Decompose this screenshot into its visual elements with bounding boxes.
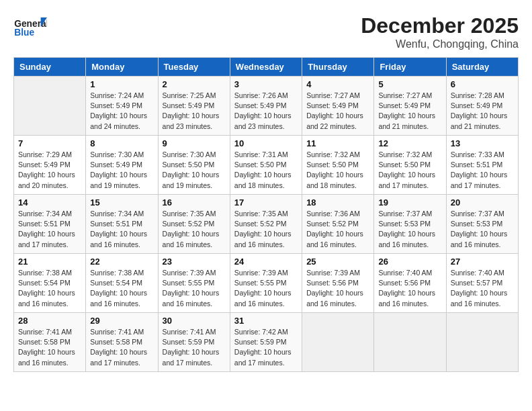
calendar-cell (14, 77, 86, 136)
day-info: Sunrise: 7:41 AM Sunset: 5:58 PM Dayligh… (18, 327, 81, 368)
day-info: Sunrise: 7:38 AM Sunset: 5:54 PM Dayligh… (18, 268, 81, 309)
week-row-5: 28Sunrise: 7:41 AM Sunset: 5:58 PM Dayli… (14, 313, 519, 372)
day-number: 2 (163, 79, 226, 89)
week-row-3: 14Sunrise: 7:34 AM Sunset: 5:51 PM Dayli… (14, 195, 519, 254)
day-number: 6 (451, 79, 514, 89)
day-info: Sunrise: 7:32 AM Sunset: 5:50 PM Dayligh… (306, 150, 369, 191)
day-number: 7 (18, 138, 81, 148)
day-number: 14 (18, 197, 81, 208)
calendar-cell: 28Sunrise: 7:41 AM Sunset: 5:58 PM Dayli… (14, 313, 86, 372)
calendar-cell: 16Sunrise: 7:35 AM Sunset: 5:52 PM Dayli… (158, 195, 230, 254)
calendar-cell: 2Sunrise: 7:25 AM Sunset: 5:49 PM Daylig… (158, 77, 230, 136)
day-info: Sunrise: 7:39 AM Sunset: 5:55 PM Dayligh… (163, 268, 226, 309)
day-number: 5 (378, 79, 441, 89)
day-info: Sunrise: 7:35 AM Sunset: 5:52 PM Dayligh… (234, 209, 298, 250)
calendar-cell: 19Sunrise: 7:37 AM Sunset: 5:53 PM Dayli… (374, 195, 446, 254)
day-info: Sunrise: 7:28 AM Sunset: 5:49 PM Dayligh… (451, 91, 514, 132)
calendar-cell: 15Sunrise: 7:34 AM Sunset: 5:51 PM Dayli… (86, 195, 158, 254)
calendar-cell: 4Sunrise: 7:27 AM Sunset: 5:49 PM Daylig… (302, 77, 374, 136)
day-number: 26 (378, 257, 441, 267)
day-info: Sunrise: 7:36 AM Sunset: 5:52 PM Dayligh… (306, 209, 369, 250)
calendar-cell: 23Sunrise: 7:39 AM Sunset: 5:55 PM Dayli… (158, 254, 230, 313)
calendar-cell: 29Sunrise: 7:41 AM Sunset: 5:58 PM Dayli… (86, 313, 158, 372)
calendar-cell: 3Sunrise: 7:26 AM Sunset: 5:49 PM Daylig… (230, 77, 302, 136)
day-number: 28 (18, 316, 81, 326)
calendar-cell: 25Sunrise: 7:39 AM Sunset: 5:56 PM Dayli… (302, 254, 374, 313)
day-number: 29 (90, 316, 153, 326)
calendar-cell: 6Sunrise: 7:28 AM Sunset: 5:49 PM Daylig… (446, 77, 518, 136)
column-header-sunday: Sunday (14, 58, 86, 77)
calendar-body: 1Sunrise: 7:24 AM Sunset: 5:49 PM Daylig… (14, 77, 519, 372)
column-header-saturday: Saturday (446, 58, 518, 77)
day-info: Sunrise: 7:27 AM Sunset: 5:49 PM Dayligh… (378, 91, 441, 132)
logo: General Blue (13, 13, 47, 40)
day-info: Sunrise: 7:30 AM Sunset: 5:50 PM Dayligh… (163, 150, 226, 191)
calendar-cell: 8Sunrise: 7:30 AM Sunset: 5:49 PM Daylig… (86, 136, 158, 195)
calendar-cell: 14Sunrise: 7:34 AM Sunset: 5:51 PM Dayli… (14, 195, 86, 254)
day-info: Sunrise: 7:26 AM Sunset: 5:49 PM Dayligh… (234, 91, 298, 132)
calendar-cell: 13Sunrise: 7:33 AM Sunset: 5:51 PM Dayli… (446, 136, 518, 195)
calendar-cell: 30Sunrise: 7:41 AM Sunset: 5:59 PM Dayli… (158, 313, 230, 372)
calendar-cell: 24Sunrise: 7:39 AM Sunset: 5:55 PM Dayli… (230, 254, 302, 313)
title-block: December 2025 Wenfu, Chongqing, China (361, 13, 519, 50)
week-row-4: 21Sunrise: 7:38 AM Sunset: 5:54 PM Dayli… (14, 254, 519, 313)
week-row-1: 1Sunrise: 7:24 AM Sunset: 5:49 PM Daylig… (14, 77, 519, 136)
logo-icon: General Blue (13, 13, 47, 40)
svg-text:Blue: Blue (14, 28, 34, 38)
day-number: 17 (234, 197, 298, 208)
calendar-cell: 20Sunrise: 7:37 AM Sunset: 5:53 PM Dayli… (446, 195, 518, 254)
day-info: Sunrise: 7:40 AM Sunset: 5:57 PM Dayligh… (451, 268, 514, 309)
day-number: 23 (163, 257, 226, 267)
week-row-2: 7Sunrise: 7:29 AM Sunset: 5:49 PM Daylig… (14, 136, 519, 195)
day-number: 22 (90, 257, 153, 267)
day-info: Sunrise: 7:35 AM Sunset: 5:52 PM Dayligh… (163, 209, 226, 250)
day-number: 10 (234, 138, 298, 148)
day-number: 3 (234, 79, 298, 89)
calendar-cell: 22Sunrise: 7:38 AM Sunset: 5:54 PM Dayli… (86, 254, 158, 313)
day-number: 4 (306, 79, 369, 89)
day-number: 9 (163, 138, 226, 148)
day-number: 27 (451, 257, 514, 267)
calendar-cell: 27Sunrise: 7:40 AM Sunset: 5:57 PM Dayli… (446, 254, 518, 313)
day-info: Sunrise: 7:29 AM Sunset: 5:49 PM Dayligh… (18, 150, 81, 191)
day-number: 12 (378, 138, 441, 148)
subtitle: Wenfu, Chongqing, China (361, 38, 519, 50)
calendar-cell: 1Sunrise: 7:24 AM Sunset: 5:49 PM Daylig… (86, 77, 158, 136)
day-info: Sunrise: 7:34 AM Sunset: 5:51 PM Dayligh… (18, 209, 81, 250)
calendar-cell: 18Sunrise: 7:36 AM Sunset: 5:52 PM Dayli… (302, 195, 374, 254)
day-info: Sunrise: 7:41 AM Sunset: 5:59 PM Dayligh… (163, 327, 226, 368)
day-number: 20 (451, 197, 514, 208)
column-header-thursday: Thursday (302, 58, 374, 77)
calendar-cell: 7Sunrise: 7:29 AM Sunset: 5:49 PM Daylig… (14, 136, 86, 195)
day-info: Sunrise: 7:39 AM Sunset: 5:55 PM Dayligh… (234, 268, 298, 309)
day-info: Sunrise: 7:31 AM Sunset: 5:50 PM Dayligh… (234, 150, 298, 191)
day-number: 11 (306, 138, 369, 148)
day-number: 21 (18, 257, 81, 267)
calendar-cell (302, 313, 374, 372)
day-number: 19 (378, 197, 441, 208)
main-title: December 2025 (361, 13, 519, 38)
day-info: Sunrise: 7:32 AM Sunset: 5:50 PM Dayligh… (378, 150, 441, 191)
day-info: Sunrise: 7:37 AM Sunset: 5:53 PM Dayligh… (451, 209, 514, 250)
calendar-cell (446, 313, 518, 372)
column-header-friday: Friday (374, 58, 446, 77)
column-header-monday: Monday (86, 58, 158, 77)
day-info: Sunrise: 7:40 AM Sunset: 5:56 PM Dayligh… (378, 268, 441, 309)
calendar-cell: 21Sunrise: 7:38 AM Sunset: 5:54 PM Dayli… (14, 254, 86, 313)
day-info: Sunrise: 7:37 AM Sunset: 5:53 PM Dayligh… (378, 209, 441, 250)
day-number: 1 (90, 79, 153, 89)
calendar-cell: 31Sunrise: 7:42 AM Sunset: 5:59 PM Dayli… (230, 313, 302, 372)
day-number: 24 (234, 257, 298, 267)
calendar-cell: 11Sunrise: 7:32 AM Sunset: 5:50 PM Dayli… (302, 136, 374, 195)
day-number: 15 (90, 197, 153, 208)
calendar-cell: 26Sunrise: 7:40 AM Sunset: 5:56 PM Dayli… (374, 254, 446, 313)
calendar-cell (374, 313, 446, 372)
calendar-cell: 10Sunrise: 7:31 AM Sunset: 5:50 PM Dayli… (230, 136, 302, 195)
day-number: 16 (163, 197, 226, 208)
day-number: 18 (306, 197, 369, 208)
day-info: Sunrise: 7:24 AM Sunset: 5:49 PM Dayligh… (90, 91, 153, 132)
calendar-cell: 5Sunrise: 7:27 AM Sunset: 5:49 PM Daylig… (374, 77, 446, 136)
day-info: Sunrise: 7:25 AM Sunset: 5:49 PM Dayligh… (163, 91, 226, 132)
day-number: 25 (306, 257, 369, 267)
day-info: Sunrise: 7:30 AM Sunset: 5:49 PM Dayligh… (90, 150, 153, 191)
